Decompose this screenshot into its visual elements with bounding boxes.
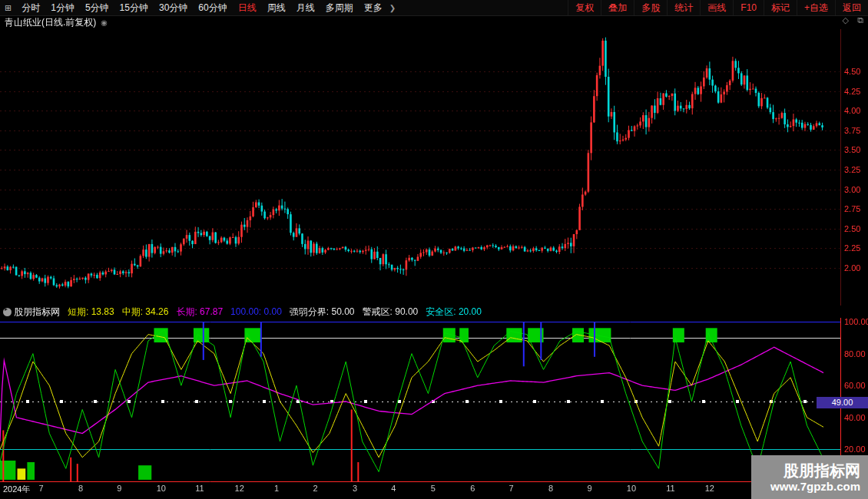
indicator-param: 安全区: 20.00 [426,306,482,317]
year-label: 2024年 [3,484,30,495]
action-button[interactable]: F10 [733,0,764,15]
watermark-title: 股朋指标网 [784,462,860,480]
diamond-icon[interactable]: ◇ [843,15,849,25]
indicator-param: 长期: 67.87 [176,306,223,317]
indicator-param: 强弱分界: 50.00 [290,306,355,317]
action-button[interactable]: 标记 [764,0,797,15]
period-tab[interactable]: 5分钟 [80,0,114,15]
month-label: 8 [548,484,553,493]
period-tab[interactable]: 月线 [291,0,320,15]
period-tab[interactable]: 分时 [16,0,45,15]
indicator-param: 短期: 13.83 [68,306,114,317]
period-tab[interactable]: 日线 [233,0,262,15]
watermark: 股朋指标网 www.7gpzb.com [751,455,868,499]
window-icons: ◇ ⧉ [837,15,863,25]
month-label: 4 [391,484,396,493]
panel-icon[interactable]: ⧉ [857,15,863,25]
action-button[interactable]: 多股 [634,0,667,15]
site-logo-icon [3,308,12,316]
indicator-current-value-badge: 49.00 [817,397,868,408]
month-label: 2 [313,484,317,493]
chevron-right-icon[interactable]: ❯ [389,4,396,12]
period-tab[interactable]: 周线 [262,0,291,15]
month-label: 11 [666,484,674,493]
time-axis: 2024年 789101112123456789101112 [0,484,868,496]
indicator-header: 股朋指标网 短期: 13.83中期: 34.26长期: 67.87100.00:… [3,306,489,317]
month-label: 9 [117,484,121,493]
period-tab[interactable]: 更多 [359,0,388,15]
action-button[interactable]: 复权 [568,0,601,15]
indicator-param: 中期: 34.26 [122,306,169,317]
period-tab[interactable]: 1分钟 [45,0,80,15]
month-label: 12 [235,484,244,493]
month-label: 7 [38,484,43,493]
month-label: 11 [195,484,204,493]
action-button[interactable]: +自选 [797,0,835,15]
watermark-url: www.7gpzb.com [770,480,860,493]
month-label: 9 [587,484,591,493]
period-tab[interactable]: 多周期 [320,0,359,15]
month-label: 1 [274,484,279,493]
month-label: 8 [78,484,83,493]
chart-title: 青山纸业(日线.前复权) [5,16,96,29]
titlebar: 青山纸业(日线.前复权) ◉ ◇ ⧉ [0,15,868,29]
chart-canvas[interactable] [0,0,868,499]
month-label: 10 [157,484,166,493]
action-button[interactable]: 统计 [667,0,700,15]
month-label: 7 [509,484,514,493]
indicator-params: 短期: 13.83中期: 34.26长期: 67.87100.00: 0.00强… [68,306,489,319]
month-label: 12 [705,484,714,493]
topbar: ⊞ 分时1分钟5分钟15分钟30分钟60分钟日线周线月线多周期更多 ❯ 复权叠加… [0,0,868,16]
period-tab[interactable]: 30分钟 [154,0,193,15]
dropdown-icon[interactable]: ◉ [101,18,108,27]
period-tab[interactable]: 15分钟 [114,0,154,15]
indicator-param: 警戒区: 90.00 [363,306,419,317]
action-button[interactable]: 返回 [835,0,868,15]
period-tab[interactable]: 60分钟 [193,0,232,15]
period-tabs: 分时1分钟5分钟15分钟30分钟60分钟日线周线月线多周期更多 [16,0,387,15]
month-label: 3 [353,484,357,493]
month-label: 10 [627,484,636,493]
indicator-name[interactable]: 股朋指标网 [14,306,60,319]
action-button[interactable]: 画线 [700,0,733,15]
month-label: 6 [470,484,475,493]
month-label: 5 [431,484,436,493]
indicator-param: 100.00: 0.00 [230,306,282,317]
menu-icon[interactable]: ⊞ [5,3,12,13]
toolbar-actions: 复权叠加多股统计画线F10标记+自选返回 [568,0,868,15]
action-button[interactable]: 叠加 [601,0,634,15]
